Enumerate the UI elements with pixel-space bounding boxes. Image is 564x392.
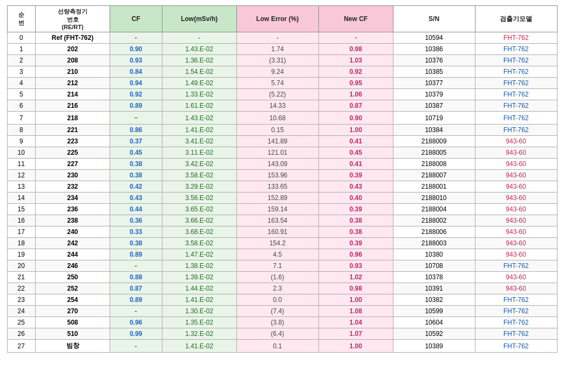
- table-cell: 10387: [393, 100, 475, 112]
- table-cell: 15: [7, 204, 35, 215]
- table-cell: 3.58.E-02: [162, 170, 236, 181]
- table-cell: 25: [7, 317, 35, 328]
- table-cell: 0.43: [110, 192, 162, 204]
- table-cell: 154.2: [236, 238, 318, 249]
- table-cell: FHT-762: [475, 306, 557, 317]
- table-cell: 943-60: [475, 249, 557, 260]
- table-cell: 212: [35, 78, 110, 89]
- table-row: 182420.383.58.E-02154.20.392188003943-60: [7, 238, 557, 249]
- table-row: 27빔창-1.41.E-020.11.0010389FHT-762: [7, 340, 557, 353]
- table-cell: (5.22): [236, 89, 318, 100]
- table-cell: 22: [7, 283, 35, 294]
- table-cell: 24: [7, 306, 35, 317]
- table-cell: 3.29.E-02: [162, 181, 236, 192]
- table-cell: 0.89: [110, 249, 162, 260]
- table-cell: 2188004: [393, 204, 475, 215]
- table-cell: 943-60: [475, 204, 557, 215]
- table-cell: 143.09: [236, 159, 318, 170]
- table-cell: 10708: [393, 260, 475, 272]
- table-cell: -: [110, 306, 162, 317]
- table-cell: 202: [35, 44, 110, 55]
- table-cell: 13: [7, 181, 35, 192]
- table-cell: 216: [35, 100, 110, 112]
- table-cell: 2188008: [393, 159, 475, 170]
- table-row: 162380.363.66.E-02163.540.382188002943-6…: [7, 215, 557, 226]
- table-row: 102250.453.11.E-02121.010.452188005943-6…: [7, 147, 557, 159]
- table-cell: 3.42.E-02: [162, 159, 236, 170]
- table-cell: 4: [7, 78, 35, 89]
- table-cell: 10378: [393, 272, 475, 283]
- table-cell: 163.54: [236, 215, 318, 226]
- table-cell: 3.11.E-02: [162, 147, 236, 159]
- table-cell: 0.90: [110, 44, 162, 55]
- table-cell: 4.5: [236, 249, 318, 260]
- table-cell: 3.56.E-02: [162, 192, 236, 204]
- table-cell: FHT-762: [475, 44, 557, 55]
- table-cell: 6: [7, 100, 35, 112]
- table-cell: FHT-762: [475, 55, 557, 66]
- table-row: 112270.383.42.E-02143.090.412188008943-6…: [7, 159, 557, 170]
- table-cell: 0.84: [110, 66, 162, 78]
- table-cell: 1.32.E-02: [162, 328, 236, 340]
- table-cell: 26: [7, 328, 35, 340]
- table-cell: 7: [7, 112, 35, 125]
- table-cell: 3.58.E-02: [162, 238, 236, 249]
- table-cell: 510: [35, 328, 110, 340]
- table-row: 212500.881.39.E-02(1.6)1.0210378943-60: [7, 272, 557, 283]
- table-cell: (6.4): [236, 328, 318, 340]
- table-cell: 0.89: [110, 100, 162, 112]
- table-cell: 1.61.E-02: [162, 100, 236, 112]
- table-cell: -: [110, 340, 162, 353]
- table-cell: 2188007: [393, 170, 475, 181]
- table-cell: 0.92: [110, 89, 162, 100]
- table-cell: 5: [7, 89, 35, 100]
- table-cell: 1.03: [318, 55, 393, 66]
- table-cell: 0.38: [318, 226, 393, 238]
- table-cell: 943-60: [475, 147, 557, 159]
- table-cell: 2188005: [393, 147, 475, 159]
- table-cell: 17: [7, 226, 35, 238]
- table-cell: 2: [7, 55, 35, 66]
- table-cell: 3.68.E-02: [162, 226, 236, 238]
- table-cell: 2188010: [393, 192, 475, 204]
- table-row: 132320.423.29.E-02133.650.432188001943-6…: [7, 181, 557, 192]
- table-cell: 1.36.E-02: [162, 55, 236, 66]
- table-cell: 10389: [393, 340, 475, 353]
- header-num: 선량측정기번호(RE/RT): [35, 6, 110, 32]
- table-cell: 0.87: [318, 100, 393, 112]
- table-cell: FHT-762: [475, 317, 557, 328]
- table-cell: 1.33.E-02: [162, 89, 236, 100]
- table-cell: 10604: [393, 317, 475, 328]
- table-cell: 0.96: [318, 249, 393, 260]
- table-cell: 1.41.E-02: [162, 340, 236, 353]
- table-cell: 1.00: [318, 125, 393, 136]
- table-cell: 0.98: [318, 44, 393, 55]
- table-cell: 0.93: [318, 260, 393, 272]
- table-cell: 232: [35, 181, 110, 192]
- table-row: 24270-1.30.E-02(7.4)1.0810599FHT-762: [7, 306, 557, 317]
- table-cell: 10385: [393, 66, 475, 78]
- table-cell: 10384: [393, 125, 475, 136]
- header-row: 순번 선량측정기번호(RE/RT) CF Low(mSv/h) Low Erro…: [7, 6, 557, 32]
- table-cell: 1.38.E-02: [162, 260, 236, 272]
- table-cell: FHT-762: [475, 32, 557, 44]
- table-cell: 1.07: [318, 328, 393, 340]
- table-cell: 1.04: [318, 317, 393, 328]
- table-cell: FHT-762: [475, 260, 557, 272]
- table-cell: 3.66.E-02: [162, 215, 236, 226]
- table-cell: 0.86: [110, 125, 162, 136]
- table-cell: 252: [35, 283, 110, 294]
- table-row: 92230.373.41.E-02141.890.412188009943-60: [7, 136, 557, 147]
- table-cell: FHT-762: [475, 340, 557, 353]
- table-cell: 943-60: [475, 136, 557, 147]
- table-cell: 223: [35, 136, 110, 147]
- table-cell: 1.47.E-02: [162, 249, 236, 260]
- table-cell: FHT-762: [475, 328, 557, 340]
- table-cell: 9.24: [236, 66, 318, 78]
- table-cell: 0: [7, 32, 35, 44]
- table-cell: 0.98: [318, 283, 393, 294]
- table-cell: 0.38: [110, 238, 162, 249]
- table-cell: 221: [35, 125, 110, 136]
- table-cell: 0.99: [110, 328, 162, 340]
- table-cell: 14: [7, 192, 35, 204]
